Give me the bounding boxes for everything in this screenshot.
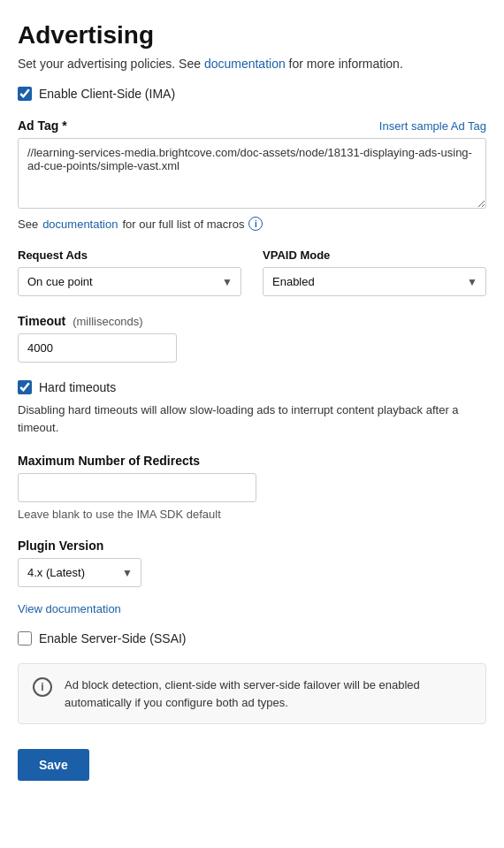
hard-timeouts-checkbox[interactable]: [18, 380, 32, 394]
enable-ssai-row: Enable Server-Side (SSAI): [18, 631, 486, 646]
plugin-version-select[interactable]: 4.x (Latest) 3.x 2.x: [18, 558, 141, 587]
macro-note-post: for our full list of macros: [122, 218, 244, 231]
request-ads-vpaid-row: Request Ads On cue point On play On load…: [18, 248, 486, 296]
timeout-sublabel: (milliseconds): [73, 315, 142, 328]
save-button[interactable]: Save: [18, 749, 89, 781]
hard-timeouts-label: Hard timeouts: [39, 380, 116, 394]
plugin-version-section: Plugin Version 4.x (Latest) 3.x 2.x ▼: [18, 539, 486, 587]
insert-sample-ad-tag-link[interactable]: Insert sample Ad Tag: [379, 119, 486, 133]
request-ads-select[interactable]: On cue point On play On load: [18, 267, 241, 296]
timeout-label: Timeout: [18, 314, 65, 328]
plugin-version-select-wrapper: 4.x (Latest) 3.x 2.x ▼: [18, 558, 141, 587]
enable-client-side-checkbox[interactable]: [18, 87, 32, 101]
enable-client-side-row: Enable Client-Side (IMA): [18, 87, 486, 101]
max-redirects-note: Leave blank to use the IMA SDK default: [18, 508, 486, 521]
info-banner: i Ad block detection, client-side with s…: [18, 663, 486, 724]
ad-tag-input[interactable]: [18, 138, 486, 209]
ad-tag-header-row: Ad Tag Insert sample Ad Tag: [18, 118, 486, 133]
macro-info-icon[interactable]: i: [248, 217, 263, 231]
macro-note-pre: See: [18, 218, 38, 231]
macro-documentation-link[interactable]: documentation: [42, 218, 118, 231]
plugin-version-label: Plugin Version: [18, 539, 486, 553]
vpaid-mode-col: VPAID Mode Enabled Disabled Insecure ▼: [263, 248, 486, 296]
hard-timeouts-row: Hard timeouts: [18, 380, 486, 394]
ad-tag-label: Ad Tag: [18, 118, 67, 133]
timeout-input[interactable]: [18, 333, 177, 363]
page-subtitle: Set your advertising policies. See docum…: [18, 57, 486, 71]
hard-timeout-section: Hard timeouts Disabling hard timeouts wi…: [18, 380, 486, 436]
request-ads-col: Request Ads On cue point On play On load…: [18, 248, 241, 296]
request-ads-select-wrapper: On cue point On play On load ▼: [18, 267, 241, 296]
enable-ssai-label: Enable Server-Side (SSAI): [39, 631, 187, 646]
info-banner-text: Ad block detection, client-side with ser…: [65, 676, 471, 711]
enable-ssai-checkbox[interactable]: [18, 631, 32, 646]
vpaid-mode-label: VPAID Mode: [263, 248, 486, 262]
max-redirects-input[interactable]: [18, 473, 256, 502]
timeout-section: Timeout (milliseconds): [18, 314, 486, 363]
vpaid-mode-select-wrapper: Enabled Disabled Insecure ▼: [263, 267, 486, 296]
hard-timeout-description: Disabling hard timeouts will allow slow-…: [18, 401, 486, 436]
request-ads-label: Request Ads: [18, 248, 241, 262]
enable-client-side-label: Enable Client-Side (IMA): [39, 87, 175, 101]
timeout-label-row: Timeout (milliseconds): [18, 314, 486, 328]
subtitle-documentation-link[interactable]: documentation: [204, 57, 286, 71]
page-title: Advertising: [18, 21, 486, 50]
max-redirects-label: Maximum Number of Redirects: [18, 454, 486, 468]
macro-note: See documentation for our full list of m…: [18, 217, 486, 231]
subtitle-post-text: for more information.: [286, 57, 403, 71]
max-redirects-section: Maximum Number of Redirects Leave blank …: [18, 454, 486, 521]
view-documentation-link[interactable]: View documentation: [18, 602, 121, 615]
subtitle-pre-text: Set your advertising policies. See: [18, 57, 204, 71]
vpaid-mode-select[interactable]: Enabled Disabled Insecure: [263, 267, 486, 296]
info-banner-icon: i: [33, 677, 52, 697]
